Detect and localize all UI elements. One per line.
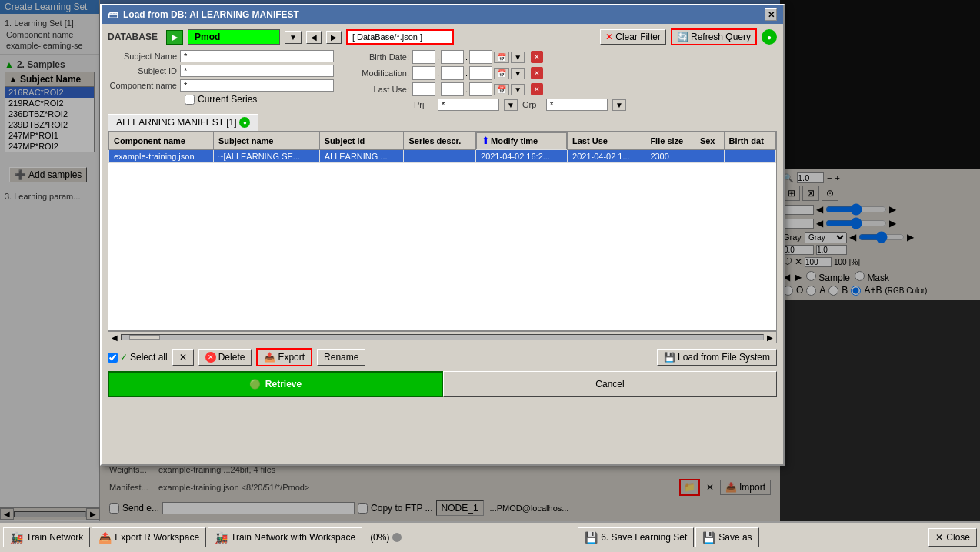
save-as-label: Save as <box>718 532 752 543</box>
dialog-title: Load from DB: AI LEARNING MANIFEST <box>123 9 299 20</box>
bottom-bar: Train Network Export R Workspace Train N… <box>0 521 980 552</box>
hscroll-thumb[interactable] <box>129 335 160 340</box>
db-nav-down[interactable]: ▼ <box>285 31 302 44</box>
deselect-button[interactable]: ✕ <box>172 349 194 366</box>
dialog-bottom-buttons: 🟢 Retrieve Cancel <box>108 371 777 397</box>
grp-label: Grp <box>522 100 542 109</box>
load-from-fs-button[interactable]: 💾 Load from File System <box>657 349 777 366</box>
mod-date-dropdown[interactable]: ▼ <box>511 68 525 79</box>
train-network-button[interactable]: Train Network <box>3 527 90 547</box>
close-button[interactable]: ✕ Close <box>928 528 977 547</box>
delete-button[interactable]: ✕ Delete <box>198 349 252 366</box>
birth-date-d[interactable] <box>412 50 435 64</box>
col-subject-name[interactable]: Subject name <box>213 132 319 150</box>
mod-date-m[interactable] <box>441 66 464 80</box>
rename-button[interactable]: Rename <box>317 349 365 366</box>
action-row: ✓ Select all ✕ ✕ Delete 📤 Export Rename … <box>108 343 777 371</box>
lu-date-m[interactable] <box>441 82 464 96</box>
x-icon: ✕ <box>605 32 613 42</box>
mod-date-cal-button[interactable]: 📅 <box>494 68 509 79</box>
train-network-ws-label: Train Network with Workspace <box>231 532 355 543</box>
tab-label: AI LEARNING MANIFEST [1] <box>116 117 236 128</box>
mod-date-y[interactable] <box>469 66 492 80</box>
birth-date-group: . . 📅 ▼ <box>412 50 525 64</box>
right-filters: Birth Date: . . 📅 ▼ ✕ Modifi <box>340 50 626 111</box>
lu-date-d[interactable] <box>412 82 435 96</box>
subject-name-row: Subject Name <box>108 50 334 62</box>
subject-id-input[interactable] <box>180 65 334 77</box>
col-birth-date[interactable]: Birth dat <box>724 132 775 150</box>
lu-date-dropdown[interactable]: ▼ <box>511 84 525 95</box>
cell-subject-name: ~[AI LEARNING SE... <box>213 149 319 162</box>
birth-date-m[interactable] <box>441 50 464 64</box>
birth-date-label: Birth Date: <box>340 52 409 62</box>
col-subject-id[interactable]: Subject id <box>319 132 404 150</box>
load-db-dialog: 🗃 Load from DB: AI LEARNING MANIFEST ✕ D… <box>100 4 785 466</box>
select-all-label: Select all <box>130 352 168 363</box>
export-workspace-label: Export R Workspace <box>115 532 199 543</box>
db-name-display: Pmod <box>188 29 280 45</box>
filter-area: Subject Name Subject ID Component name C… <box>108 50 777 111</box>
hscrollbar[interactable]: ◀ ▶ <box>108 331 777 343</box>
dialog-titlebar: 🗃 Load from DB: AI LEARNING MANIFEST ✕ <box>102 5 783 24</box>
cell-birth-date <box>724 149 775 162</box>
current-series-label: Current Series <box>198 94 257 105</box>
cell-file-size: 2300 <box>645 149 695 162</box>
folder-icon: 💾 <box>664 352 675 363</box>
birth-date-y[interactable] <box>469 50 492 64</box>
refresh-query-button[interactable]: 🔄 Refresh Query <box>671 28 757 45</box>
save-learning-set-button[interactable]: 6. Save Learning Set <box>578 527 694 547</box>
export-button[interactable]: 📤 Export <box>256 348 312 366</box>
modification-label: Modification: <box>340 69 409 78</box>
train-network-ws-button[interactable]: Train Network with Workspace <box>208 527 362 547</box>
close-x-icon: ✕ <box>935 532 943 543</box>
cancel-button[interactable]: Cancel <box>443 371 777 397</box>
mod-date-clear[interactable]: ✕ <box>531 67 543 79</box>
birth-date-cal-button[interactable]: 📅 <box>494 52 509 63</box>
save-as-button[interactable]: Save as <box>695 527 758 547</box>
go-button[interactable]: ● <box>762 29 777 45</box>
last-use-group: . . 📅 ▼ <box>412 82 525 96</box>
db-nav-prev[interactable]: ◀ <box>306 31 322 44</box>
close-label: Close <box>946 532 970 543</box>
birth-date-dropdown[interactable]: ▼ <box>511 52 525 63</box>
select-all-checkbox[interactable] <box>108 353 118 363</box>
lu-date-y[interactable] <box>469 82 492 96</box>
retrieve-button[interactable]: 🟢 Retrieve <box>108 371 443 397</box>
col-component-name[interactable]: Component name <box>109 132 214 150</box>
mod-date-d[interactable] <box>412 66 435 80</box>
current-series-checkbox[interactable] <box>185 95 195 105</box>
hscroll-left-btn[interactable]: ◀ <box>108 333 121 342</box>
subject-id-row: Subject ID <box>108 65 334 77</box>
delete-icon: ✕ <box>205 352 216 363</box>
table-row[interactable]: example-training.json ~[AI LEARNING SE..… <box>109 149 776 162</box>
birth-date-clear[interactable]: ✕ <box>531 51 543 63</box>
clear-filter-button[interactable]: ✕ Clear Filter <box>600 29 666 45</box>
lu-date-cal-button[interactable]: 📅 <box>494 84 509 95</box>
grp-input[interactable] <box>546 99 608 111</box>
dialog-close-button[interactable]: ✕ <box>765 8 777 21</box>
hscroll-right-btn[interactable]: ▶ <box>764 333 776 342</box>
export-workspace-button[interactable]: Export R Workspace <box>92 527 206 547</box>
prj-dropdown[interactable]: ▼ <box>504 99 518 111</box>
results-table-container: Component name Subject name Subject id S… <box>108 131 777 331</box>
col-last-use[interactable]: Last Use <box>568 132 645 150</box>
table-scroll[interactable]: Component name Subject name Subject id S… <box>108 132 776 330</box>
grp-dropdown[interactable]: ▼ <box>612 99 626 111</box>
db-nav-next[interactable]: ▶ <box>326 31 342 44</box>
database-row: DATABASE ▶ Pmod ▼ ◀ ▶ [ DataBase/*.json … <box>108 28 777 45</box>
train-network-label: Train Network <box>26 532 83 543</box>
export-icon: 📤 <box>264 352 275 363</box>
col-file-size[interactable]: File size <box>645 132 695 150</box>
db-play-button[interactable]: ▶ <box>166 30 183 45</box>
col-series-descr[interactable]: Series descr. <box>404 132 476 150</box>
ai-manifest-tab[interactable]: AI LEARNING MANIFEST [1] ● <box>108 114 258 131</box>
col-modify-time[interactable]: ⬆ Modify time <box>476 132 567 149</box>
lu-date-clear[interactable]: ✕ <box>531 83 543 95</box>
component-name-input[interactable] <box>180 79 334 92</box>
col-sex[interactable]: Sex <box>695 132 724 150</box>
modification-group: . . 📅 ▼ <box>412 66 525 80</box>
subject-name-input[interactable] <box>180 50 334 62</box>
status-indicator <box>392 533 402 542</box>
prj-input[interactable] <box>438 99 499 111</box>
